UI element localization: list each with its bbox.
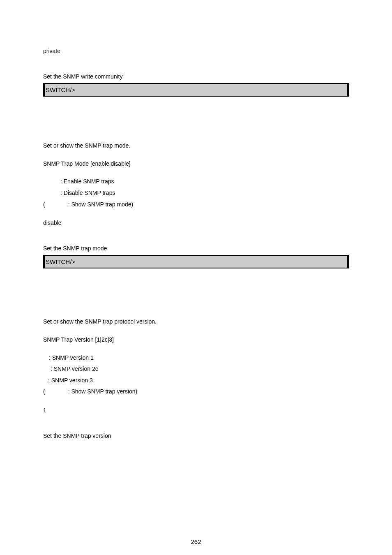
- page-content: private Set the SNMP write community SWI…: [0, 0, 392, 440]
- page-number: 262: [0, 537, 392, 546]
- description-3: Set or show the SNMP trap protocol versi…: [43, 318, 349, 326]
- syntax-3: SNMP Trap Version [1|2c|3]: [43, 336, 349, 344]
- param-v2c: : SNMP version 2c: [51, 365, 349, 373]
- param-default-2: : Show SNMP trap mode): [68, 201, 133, 208]
- param-v1: : SNMP version 1: [49, 354, 349, 362]
- param-enable: : Enable SNMP traps: [60, 178, 349, 186]
- syntax-2: SNMP Trap Mode [enable|disable]: [43, 160, 349, 168]
- description-2: Set or show the SNMP trap mode.: [43, 142, 349, 150]
- prompt-1: SWITCH/>: [46, 86, 75, 93]
- example-label-3: Set the SNMP trap version: [43, 432, 349, 440]
- param-default-3: : Show SNMP trap version): [68, 388, 138, 395]
- code-box-1: SWITCH/>: [43, 83, 349, 97]
- prompt-2: SWITCH/>: [46, 258, 75, 265]
- code-box-2: SWITCH/>: [43, 255, 349, 268]
- default-value-3: 1: [43, 407, 349, 415]
- param-disable: : Disable SNMP traps: [60, 189, 349, 197]
- default-value-2: disable: [43, 219, 349, 227]
- param-default-row-3: (: Show SNMP trap version): [43, 388, 349, 396]
- example-label-1: Set the SNMP write community: [43, 73, 349, 81]
- default-value-1: private: [43, 47, 349, 56]
- paren-open-3: (: [43, 388, 45, 395]
- example-label-2: Set the SNMP trap mode: [43, 245, 349, 253]
- paren-open-2: (: [43, 201, 45, 208]
- param-default-row-2: (: Show SNMP trap mode): [43, 201, 349, 209]
- param-v3: : SNMP version 3: [48, 377, 349, 385]
